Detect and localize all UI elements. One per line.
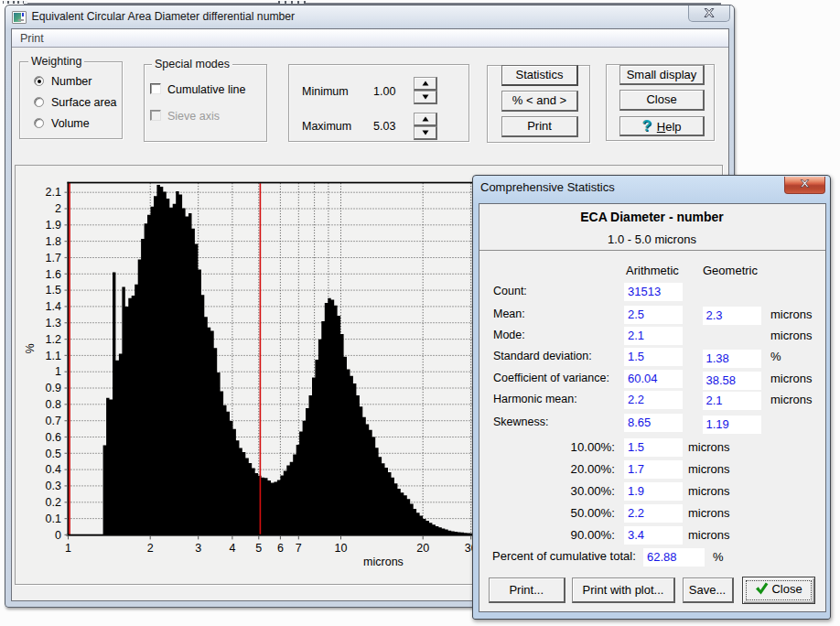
svg-text:0.8: 0.8	[46, 398, 61, 411]
svg-text:2.1: 2.1	[46, 186, 61, 199]
svg-text:2: 2	[147, 542, 154, 555]
svg-text:0.5: 0.5	[46, 448, 61, 460]
svg-text:3: 3	[195, 542, 201, 555]
svg-text:0.2: 0.2	[46, 496, 61, 509]
svg-text:1: 1	[55, 365, 61, 378]
svg-text:6: 6	[277, 542, 284, 555]
svg-text:4: 4	[229, 542, 235, 555]
svg-text:1.1: 1.1	[46, 350, 61, 362]
svg-text:%: %	[24, 343, 37, 353]
svg-text:7: 7	[296, 542, 302, 555]
svg-text:10: 10	[335, 542, 348, 555]
svg-text:1.9: 1.9	[46, 219, 61, 232]
svg-text:5: 5	[255, 542, 262, 555]
svg-text:2: 2	[55, 202, 61, 215]
svg-text:1.7: 1.7	[46, 252, 61, 264]
svg-text:1.3: 1.3	[46, 317, 61, 329]
svg-text:1: 1	[65, 542, 71, 555]
svg-text:0.4: 0.4	[46, 463, 61, 476]
svg-text:0.7: 0.7	[46, 415, 61, 427]
svg-text:1.2: 1.2	[46, 333, 61, 346]
svg-text:0.9: 0.9	[46, 382, 61, 394]
svg-text:0.3: 0.3	[46, 480, 61, 492]
svg-text:1.6: 1.6	[46, 268, 61, 281]
svg-text:microns: microns	[363, 556, 404, 568]
svg-text:1.8: 1.8	[46, 235, 61, 248]
svg-text:1.5: 1.5	[46, 284, 61, 297]
svg-text:1.4: 1.4	[46, 300, 61, 313]
svg-text:0: 0	[55, 529, 61, 542]
svg-text:20: 20	[416, 542, 429, 555]
svg-text:0.6: 0.6	[46, 431, 61, 444]
svg-text:0.1: 0.1	[46, 513, 61, 525]
